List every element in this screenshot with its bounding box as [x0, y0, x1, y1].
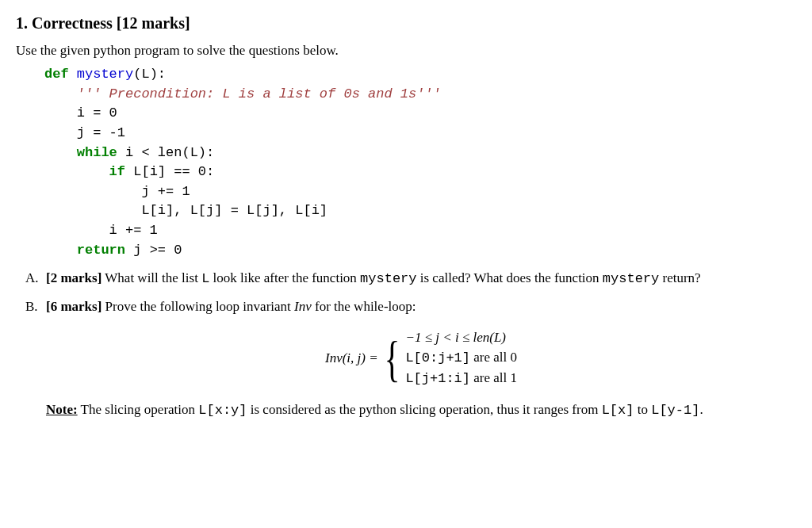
code-ref: L[x:y]	[198, 403, 247, 418]
note-text: is considered as the python slicing oper…	[247, 402, 602, 417]
kw-while: while	[44, 145, 117, 160]
code-block: def mystery(L): ''' Precondition: L is a…	[44, 65, 796, 260]
q-text: Prove the following loop invariant	[102, 299, 294, 314]
math-expr: −1 ≤ j < i ≤ len(L)	[405, 330, 506, 345]
brace-cases: −1 ≤ j < i ≤ len(L) L[0:j+1] are all 0 L…	[405, 327, 517, 390]
case-line: L[0:j+1] are all 0	[405, 349, 517, 368]
case-text: are all 0	[470, 350, 517, 365]
q-text: for the while-loop:	[312, 299, 416, 314]
code-line: j = -1	[44, 125, 125, 140]
math-block: Inv(i, j) = { −1 ≤ j < i ≤ len(L) L[0:j+…	[46, 327, 796, 390]
code-line: i += 1	[44, 223, 158, 238]
math-args: (i, j) =	[343, 350, 378, 365]
fn-name: mystery	[69, 67, 134, 82]
math-lhs: Inv(i, j) =	[325, 350, 378, 368]
code-ref: L[j+1:i]	[405, 371, 470, 386]
marks-label: [2 marks]	[46, 270, 102, 285]
question-list: A. [2 marks] What will the list L look l…	[25, 270, 796, 420]
kw-def: def	[44, 67, 69, 82]
case-line: L[j+1:i] are all 1	[405, 369, 517, 388]
brace-wrap: Inv(i, j) = { −1 ≤ j < i ≤ len(L) L[0:j+…	[325, 327, 517, 390]
code-line: j += 1	[44, 184, 190, 199]
q-text: is called? What does the function	[417, 270, 603, 285]
marks-label: [6 marks]	[46, 299, 102, 314]
q-text: return?	[659, 270, 700, 285]
case-line: −1 ≤ j < i ≤ len(L)	[405, 329, 517, 347]
case-text: are all 1	[470, 370, 517, 385]
question-a: A. [2 marks] What will the list L look l…	[25, 270, 796, 289]
intro-text: Use the given python program to solve th…	[16, 42, 796, 60]
code-ref: mystery	[360, 271, 416, 286]
note-block: Note: The slicing operation L[x:y] is co…	[46, 401, 796, 420]
code-text: L[i] == 0:	[125, 164, 214, 179]
kw-return: return	[44, 243, 125, 258]
code-text: j >= 0	[125, 243, 182, 258]
section-title: 1. Correctness [12 marks]	[16, 13, 796, 34]
left-brace-icon: {	[384, 334, 400, 385]
question-b: B. [6 marks] Prove the following loop in…	[25, 298, 796, 420]
code-text: (L):	[133, 67, 166, 82]
code-ref: L[x]	[602, 403, 634, 418]
math-var: Inv	[325, 350, 343, 365]
code-ref: L[0:j+1]	[405, 350, 470, 365]
code-ref: mystery	[603, 271, 659, 286]
q-text: look like after the function	[209, 270, 360, 285]
code-line: L[i], L[j] = L[j], L[i]	[44, 203, 327, 218]
note-label: Note:	[46, 402, 78, 417]
q-text: What will the list	[102, 270, 201, 285]
code-ref: L[y-1]	[651, 403, 699, 418]
code-text: i < len(L):	[117, 145, 214, 160]
note-text: to	[634, 402, 651, 417]
question-letter: B.	[25, 298, 46, 420]
question-body: [2 marks] What will the list L look like…	[46, 270, 796, 289]
math-var: Inv	[294, 299, 312, 314]
question-letter: A.	[25, 270, 46, 289]
kw-if: if	[44, 164, 125, 179]
docstring: ''' Precondition: L is a list of 0s and …	[44, 86, 441, 101]
note-text: The slicing operation	[78, 402, 199, 417]
code-line: i = 0	[44, 105, 117, 121]
question-body: [6 marks] Prove the following loop invar…	[46, 298, 796, 420]
code-ref: L	[201, 271, 209, 286]
note-text: .	[699, 402, 703, 417]
